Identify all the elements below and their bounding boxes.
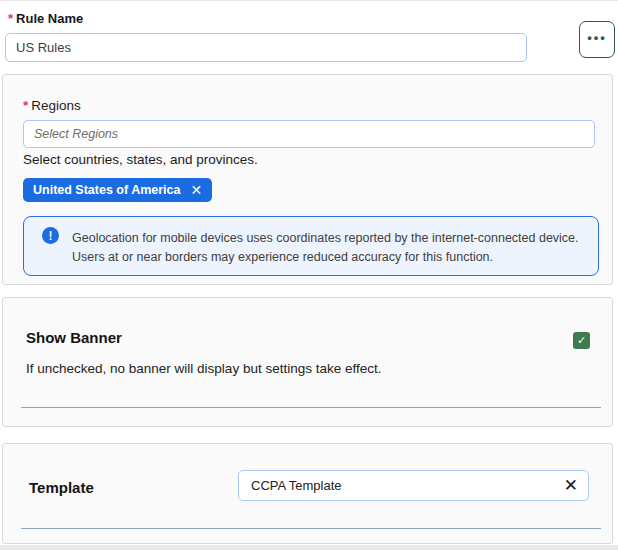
rule-name-label: *Rule Name (8, 11, 83, 26)
regions-label: *Regions (23, 98, 81, 113)
regions-card: *Regions Select countries, states, and p… (2, 74, 613, 285)
template-input[interactable] (239, 471, 588, 500)
section-divider (21, 407, 601, 408)
clear-template-icon[interactable]: ✕ (564, 475, 578, 497)
required-asterisk: * (23, 98, 28, 113)
geolocation-info-alert: ! Geolocation for mobile devices uses co… (23, 216, 599, 276)
template-card: Template ✕ (2, 443, 613, 544)
regions-helper-text: Select countries, states, and provinces. (23, 152, 258, 167)
rule-editor-form: *Rule Name ••• *Regions Select countries… (0, 0, 618, 550)
regions-label-text: Regions (31, 98, 81, 113)
template-lookup-field: ✕ (238, 470, 589, 501)
alert-line-2: Users at or near borders may experience … (72, 248, 579, 267)
show-banner-label: Show Banner (26, 329, 122, 346)
show-banner-card: Show Banner ✓ If unchecked, no banner wi… (2, 297, 613, 427)
bottom-edge (0, 545, 618, 550)
top-divider (0, 0, 618, 1)
selected-region-pill[interactable]: United States of America ✕ (23, 178, 212, 202)
more-actions-button[interactable]: ••• (579, 21, 615, 58)
rule-name-label-text: Rule Name (16, 11, 83, 26)
section-divider (21, 528, 601, 529)
pill-label: United States of America (33, 183, 181, 197)
regions-select-input[interactable] (23, 120, 595, 148)
alert-line-1: Geolocation for mobile devices uses coor… (72, 229, 579, 248)
info-icon: ! (42, 227, 59, 244)
template-label: Template (29, 479, 94, 496)
checkmark-icon: ✓ (577, 335, 586, 346)
show-banner-helper-text: If unchecked, no banner will display but… (26, 359, 416, 379)
show-banner-checkbox[interactable]: ✓ (573, 332, 590, 349)
required-asterisk: * (8, 11, 13, 26)
rule-name-input[interactable] (5, 33, 527, 62)
remove-region-icon[interactable]: ✕ (191, 183, 203, 197)
alert-message: Geolocation for mobile devices uses coor… (72, 229, 579, 267)
ellipsis-icon: ••• (587, 31, 607, 48)
